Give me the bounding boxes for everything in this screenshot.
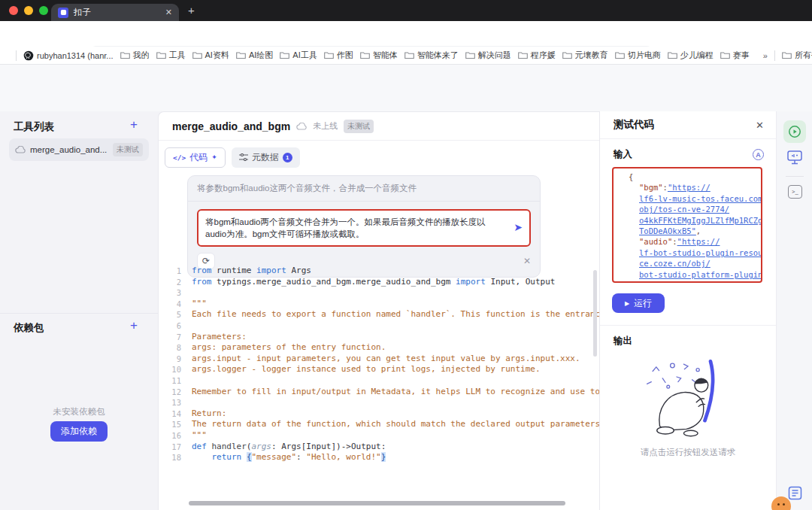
bookmark-item[interactable]: 元壤教育 (562, 50, 608, 61)
code-line: 1from runtime import Args (159, 266, 599, 277)
bookmark-item[interactable]: 赛事 (720, 50, 750, 61)
run-test-icon (788, 125, 801, 138)
ai-prompt-input[interactable]: 将bgm和audio两个音频文件合并为一个。如果最后音频文件的播放长度以audi… (197, 209, 531, 247)
screen: 扣子 ✕ + ← → ⟳ ⌂ coze.cn/space/74466127764… (0, 0, 812, 510)
code-line: 15The return data of the function, which… (159, 419, 599, 430)
json-line: lf6-lv-music-tos.faceu.com/ (618, 193, 756, 204)
rail-test-run-button[interactable] (783, 120, 806, 143)
json-line: "bgm":"https:// (618, 182, 756, 193)
rail-docs-icon[interactable] (788, 486, 802, 500)
folder-icon (518, 51, 528, 59)
editor-tabs: </> 代码 ✦ 元数据 1 (159, 141, 599, 174)
bookmark-item[interactable]: AI资料 (192, 50, 229, 61)
code-line: 5Each file needs to export a function na… (159, 309, 599, 320)
json-line: "audio":"https:// (618, 236, 756, 247)
close-window-icon[interactable] (9, 6, 18, 15)
json-line: obj/tos-cn-ve-2774/ (618, 204, 756, 214)
tab-metadata[interactable]: 元数据 1 (232, 147, 300, 168)
tool-header: merge_audio_and_bgm 未上线 未测试 (159, 112, 599, 141)
bookmark-item[interactable]: 程序媛 (518, 50, 556, 61)
bookmark-item[interactable]: 解决问题 (465, 50, 511, 61)
code-line: 3 (159, 287, 599, 299)
bookmark-item[interactable]: 工具 (156, 50, 186, 61)
vertical-scrollbar[interactable] (593, 270, 597, 357)
bookmark-item[interactable]: 少儿编程 (668, 50, 714, 61)
rail-divider (786, 176, 804, 177)
code-line: 8args: parameters of the entry function. (159, 342, 599, 354)
bookmarks-bar: rubyhan1314 (hanr...我的工具AI资料AI绘图AI工具作图智能… (0, 47, 812, 65)
minimize-window-icon[interactable] (24, 6, 33, 15)
json-line: ToDDeAOkxB5", (618, 226, 756, 236)
code-line: 2from typings.merge_audio_and_bgm.merge_… (159, 277, 599, 288)
rail-preview-icon[interactable] (787, 150, 802, 165)
bookmark-item[interactable]: AI绘图 (236, 50, 273, 61)
bookmark-item[interactable]: 作图 (324, 50, 353, 61)
ai-close-icon[interactable]: ✕ (523, 256, 531, 266)
bookmark-item[interactable]: 智能体来了 (404, 50, 459, 61)
online-status: 未上线 (313, 120, 338, 132)
tab-close-icon[interactable]: ✕ (165, 8, 172, 17)
bookmarks-overflow-icon[interactable]: » (763, 51, 768, 60)
folder-icon (120, 51, 130, 59)
output-empty-hint: 请点击运行按钮发送请求 (600, 447, 776, 458)
code-line: 9args.input - input parameters, you can … (159, 354, 599, 365)
sliders-icon (239, 153, 248, 161)
workspace: 工具列表 + merge_audio_and... 未测试 依赖包 + 未安装依… (0, 111, 812, 510)
add-dependency-icon[interactable]: + (130, 318, 138, 333)
code-line: 12Remember to fill in input/output in Me… (159, 387, 599, 398)
bookmark-item[interactable]: AI工具 (280, 50, 317, 61)
run-button[interactable]: ▶ 运行 (612, 293, 665, 313)
ai-hint-text: 将参数bgm和audio这两个音频文件，合并成一个音频文件 (188, 176, 540, 202)
code-line: 16""" (159, 430, 599, 442)
all-bookmarks-button[interactable]: 所有书签 (782, 50, 812, 61)
browser-tab[interactable]: 扣子 ✕ (51, 4, 179, 21)
code-editor[interactable]: 1from runtime import Args2from typings.m… (159, 266, 599, 463)
plugin-header: ‹ 音频文件合成 未发布 可以将背景音乐文件和音频文件合成一个文件。 发布 (0, 65, 812, 111)
cloud-icon (296, 123, 307, 130)
folder-icon (404, 51, 414, 59)
bookmark-item[interactable]: 我的 (120, 50, 150, 61)
json-line: { (618, 172, 756, 182)
bookmarks-list: rubyhan1314 (hanr...我的工具AI资料AI绘图AI工具作图智能… (23, 50, 750, 61)
coze-favicon-icon (58, 8, 68, 18)
new-tab-button[interactable]: + (188, 4, 195, 17)
test-status-badge: 未测试 (344, 120, 374, 133)
sparkle-icon: ✦ (211, 153, 217, 161)
horizontal-scrollbar[interactable] (189, 501, 565, 505)
tab-title: 扣子 (74, 7, 165, 18)
folder-icon (360, 51, 370, 59)
window-controls[interactable] (9, 6, 48, 15)
metadata-info-badge: 1 (283, 153, 292, 162)
folder-icon (668, 51, 677, 59)
bookmark-item[interactable]: 切片电商 (615, 50, 661, 61)
github-icon (23, 50, 34, 61)
json-line: lf-bot-studio-plugin-resour (618, 247, 756, 258)
maximize-window-icon[interactable] (39, 6, 48, 15)
send-icon[interactable]: ➤ (514, 221, 523, 233)
add-dependency-button[interactable]: 添加依赖 (50, 421, 108, 442)
code-line: 10args.logger - logger instance used to … (159, 364, 599, 375)
play-icon: ▶ (625, 300, 629, 307)
browser-tabstrip: 扣子 ✕ + (0, 0, 812, 21)
json-line: o4kkFFKtEMgIggJLZlfMp1RCZgI (618, 215, 756, 226)
folder-icon (562, 51, 572, 59)
avatar-eye-icon (783, 503, 785, 505)
auto-fill-icon[interactable]: A (753, 149, 764, 160)
bookmark-item[interactable]: 智能体 (360, 50, 398, 61)
output-label: 输出 (600, 326, 776, 348)
code-line: 6 (159, 320, 599, 332)
tab-code[interactable]: </> 代码 ✦ (165, 147, 226, 168)
rail-terminal-icon[interactable]: >_ (788, 185, 802, 199)
deps-empty-text: 未安装依赖包 (0, 406, 158, 417)
tool-list-item[interactable]: merge_audio_and... 未测试 (9, 138, 149, 161)
add-tool-button[interactable]: + (130, 117, 138, 132)
folder-icon (782, 51, 792, 59)
cloud-icon (15, 146, 26, 153)
test-input-json[interactable]: {"bgm":"https://lf6-lv-music-tos.faceu.c… (612, 167, 762, 283)
test-panel-header: 测试代码 ✕ (600, 111, 776, 139)
json-line: bot-studio-platform-plugin- (618, 269, 756, 280)
test-panel-close-icon[interactable]: ✕ (756, 120, 764, 131)
folder-icon (324, 51, 334, 59)
code-line: 17def handler(args: Args[Input])->Output… (159, 442, 599, 453)
bookmark-item[interactable]: rubyhan1314 (hanr... (23, 50, 114, 61)
